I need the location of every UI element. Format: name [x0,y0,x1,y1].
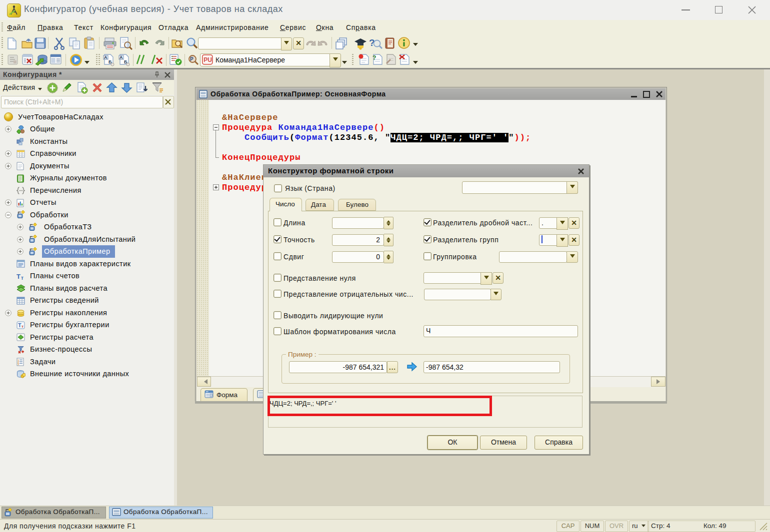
svg-text:?: ? [372,54,376,61]
svg-text:P: P [190,56,194,62]
svg-text:т: т [21,275,24,280]
svg-text:РU: РU [204,56,212,63]
svg-text:Т: Т [18,322,22,328]
svg-text:А: А [120,55,123,60]
svg-text:А: А [104,55,108,60]
svg-text:т: т [22,324,24,329]
svg-text:Т: Т [16,273,20,280]
